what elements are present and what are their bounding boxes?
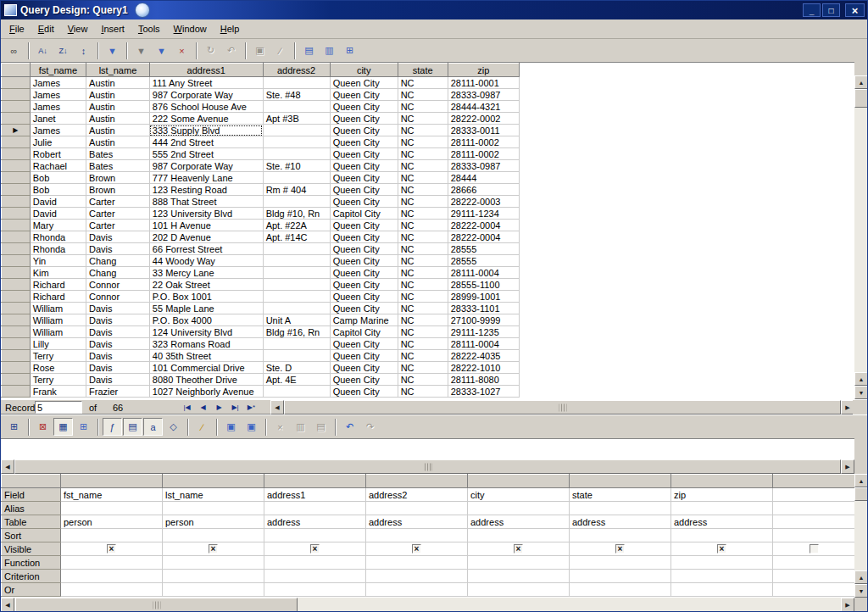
field-cell[interactable]: city [468,488,570,502]
or-cell[interactable] [570,583,671,597]
field-cell[interactable] [773,488,855,502]
cell[interactable]: NC [398,338,448,350]
cell[interactable]: Carter [86,220,150,231]
or-cell[interactable] [671,583,773,597]
design-grid-hscrollbar[interactable]: ◀ ▶ [1,598,854,612]
cell[interactable]: Carter [86,196,150,208]
insert-database-columns-icon[interactable]: ⊞ [340,42,359,59]
row-selector[interactable] [2,386,31,398]
cell[interactable]: NC [398,374,448,386]
criterion-cell[interactable] [366,570,468,583]
row-selector[interactable] [2,101,31,113]
or-cell[interactable] [773,583,855,597]
row-selector[interactable] [2,208,31,220]
field-cell[interactable]: fst_name [61,488,163,502]
cell[interactable]: NC [398,184,448,196]
or-cell[interactable] [366,583,468,597]
minimize-button[interactable]: _ [803,3,821,17]
apply-filter-icon[interactable]: ▼ [131,42,151,59]
row-selector[interactable] [2,113,31,125]
find-record-icon[interactable]: ∞ [4,42,24,59]
design-column-header[interactable] [570,475,671,488]
cell[interactable]: 28333-1101 [448,303,519,314]
alias-icon[interactable]: a [143,418,163,436]
column-header-address1[interactable]: address1 [149,64,263,77]
cell[interactable]: 28333-1027 [448,386,519,398]
cell[interactable]: 555 2nd Street [149,148,263,160]
cell[interactable]: Queen City [330,125,398,136]
table-cell[interactable]: address [264,515,366,529]
cell[interactable] [263,386,330,398]
cell[interactable]: P.O. Box 1001 [149,291,263,303]
visible-checkbox[interactable]: × [717,544,726,554]
row-selector[interactable] [2,338,31,350]
cell[interactable]: 123 University Blvd [149,208,263,220]
table-pane[interactable] [1,438,854,459]
design-column-header[interactable] [366,475,468,488]
function-cell[interactable] [468,556,570,570]
cell[interactable]: NC [398,362,448,374]
table-cell[interactable]: address [671,515,773,529]
data-to-text-icon[interactable]: ▤ [299,42,319,59]
menu-edit[interactable]: Edit [31,21,61,36]
function-cell[interactable] [366,556,468,570]
cell[interactable]: 33 Mercy Lane [149,267,263,279]
cell[interactable]: Richard [30,291,86,303]
row-selector[interactable] [2,148,31,160]
row-selector[interactable] [2,231,31,243]
cell[interactable]: Davis [86,338,150,350]
cell[interactable]: 29111-1235 [448,326,519,338]
alias-cell[interactable] [61,502,163,515]
cell[interactable]: 44 Woody Way [149,255,263,267]
cell[interactable]: Queen City [330,338,398,350]
cell[interactable]: Frazier [86,386,150,398]
cell[interactable]: 28111-0002 [448,148,519,160]
cell[interactable]: Queen City [330,77,398,89]
design-column-header[interactable] [773,475,855,488]
scroll-up-button[interactable]: ▲ [854,75,868,89]
visible-checkbox[interactable]: × [310,544,320,554]
cell[interactable]: James [30,101,86,113]
cell[interactable]: Austin [86,125,150,136]
cell[interactable]: 28444 [448,172,519,184]
cell[interactable]: 29111-1234 [448,208,519,220]
cell[interactable]: Bldg #10, Rn [263,208,330,220]
scroll-down-button[interactable]: ▼ [854,584,868,598]
add-table-icon[interactable]: ⊞ [74,418,93,436]
cell[interactable]: Davis [86,243,150,255]
cell[interactable]: Davis [86,314,150,326]
cell[interactable]: Queen City [330,267,398,279]
table-cell[interactable]: address [366,515,468,529]
cell[interactable]: Queen City [330,243,398,255]
cell[interactable] [263,303,330,314]
switch-design-view-on-off-icon[interactable]: ⊞ [4,418,24,436]
cell[interactable]: 28666 [448,184,519,196]
sort-cell[interactable] [366,529,468,542]
sort-cell[interactable] [61,529,163,542]
visible-checkbox[interactable] [810,544,819,554]
cell[interactable]: Bob [30,172,86,184]
cell[interactable]: NC [398,113,448,125]
row-selector[interactable]: ▶ [2,125,31,136]
cell[interactable]: Davis [86,303,150,314]
scroll-right-button[interactable]: ▶ [841,598,854,612]
column-header-zip[interactable]: zip [448,64,519,77]
design-grid-corner[interactable] [2,475,61,488]
cell[interactable]: Austin [86,89,150,101]
cell[interactable]: Queen City [330,350,398,362]
cell[interactable]: Julie [30,136,86,148]
cell[interactable]: Rm # 404 [263,184,330,196]
row-selector[interactable] [2,267,31,279]
cell[interactable]: 28555-1100 [448,279,519,291]
row-selector[interactable] [2,220,31,231]
cell[interactable]: 28222-1010 [448,362,519,374]
design-column-header[interactable] [264,475,366,488]
cell[interactable]: 222 Some Avenue [149,113,263,125]
column-header-state[interactable]: state [398,64,448,77]
cell[interactable]: Carter [86,208,150,220]
last-record-button[interactable]: ▶| [227,401,243,414]
cell[interactable]: 55 Maple Lane [149,303,263,314]
cell[interactable]: William [30,326,86,338]
alias-cell[interactable] [671,502,773,515]
cell[interactable]: Chang [86,255,150,267]
